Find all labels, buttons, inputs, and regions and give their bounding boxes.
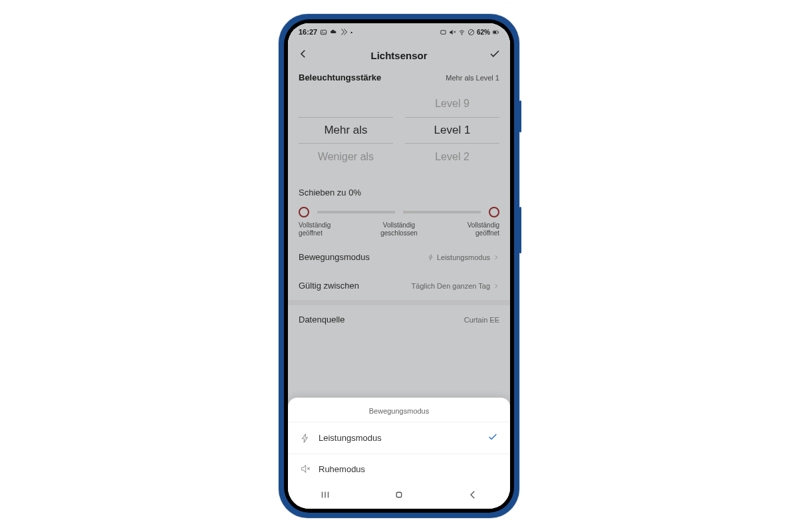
cloud-icon <box>330 29 337 36</box>
slide-title: Schieben zu 0% <box>299 188 499 198</box>
sheet-option-quiet-label: Ruhemodus <box>319 464 365 474</box>
svg-rect-2 <box>441 30 446 34</box>
svg-point-5 <box>462 34 462 35</box>
speaker-mute-icon <box>300 464 311 474</box>
phone-frame: 16:27 • 62% <box>279 14 519 518</box>
sheet-title: Bewegungsmodus <box>288 398 510 422</box>
illuminance-value: Mehr als Level 1 <box>446 74 499 82</box>
data-source-row[interactable]: Datenquelle Curtain EE <box>288 305 510 334</box>
picker-col1-below[interactable]: Weniger als <box>299 144 393 170</box>
home-icon <box>393 489 405 501</box>
screen: 16:27 • 62% <box>288 23 510 509</box>
slider-label-right: Vollständig geöffnet <box>446 221 499 237</box>
picker-col2-selected[interactable]: Level 1 <box>405 117 499 144</box>
valid-between-row[interactable]: Gültig zwischen Täglich Den ganzen Tag <box>288 271 510 300</box>
slider-label-mid: Vollständig geschlossen <box>372 221 426 237</box>
nav-header: Lichtsensor <box>288 41 510 70</box>
valid-between-value: Täglich Den ganzen Tag <box>412 282 490 290</box>
status-dot: • <box>350 29 352 35</box>
chevron-right-icon <box>493 254 499 261</box>
sheet-option-quiet[interactable]: Ruhemodus <box>288 454 510 483</box>
valid-between-label: Gültig zwischen <box>299 281 359 291</box>
selected-check <box>487 432 498 444</box>
confirm-button[interactable] <box>489 48 501 63</box>
data-source-value: Curtain EE <box>464 316 499 324</box>
check-icon <box>487 432 498 442</box>
slide-section: Schieben zu 0% Vollständig geöffnet Voll… <box>288 180 510 243</box>
battery-icon <box>492 29 499 36</box>
picker-col1-above[interactable] <box>299 90 393 117</box>
svg-line-7 <box>469 30 473 34</box>
bolt-icon <box>428 254 434 261</box>
chevron-left-icon <box>467 489 479 501</box>
sheet-option-performance-label: Leistungsmodus <box>319 433 382 443</box>
section-divider <box>288 300 510 305</box>
chevron-left-icon <box>297 48 309 60</box>
slider-knob-left[interactable] <box>299 207 309 217</box>
block-icon <box>467 29 475 36</box>
page-title: Lichtsensor <box>370 50 427 61</box>
motion-mode-label: Bewegungsmodus <box>299 252 370 262</box>
motion-mode-row[interactable]: Bewegungsmodus Leistungsmodus <box>288 243 510 271</box>
recents-icon <box>319 489 331 501</box>
illuminance-label: Beleuchtungsstärke <box>299 72 381 82</box>
recents-button[interactable] <box>319 489 331 503</box>
level-picker[interactable]: Mehr als Weniger als Level 9 Level 1 Lev… <box>288 90 510 180</box>
picker-col2-below[interactable]: Level 2 <box>405 144 499 170</box>
data-source-label: Datenquelle <box>299 315 344 325</box>
play-icon <box>340 28 348 36</box>
back-nav-button[interactable] <box>467 489 479 503</box>
home-button[interactable] <box>393 489 405 503</box>
picker-col1-selected[interactable]: Mehr als <box>299 117 393 144</box>
status-time: 16:27 <box>299 28 317 36</box>
wifi-icon <box>458 29 466 36</box>
svg-rect-0 <box>321 30 327 34</box>
side-button <box>519 100 521 132</box>
position-slider[interactable] <box>299 207 499 217</box>
bolt-icon <box>300 433 311 444</box>
status-bar: 16:27 • 62% <box>288 23 510 41</box>
svg-rect-9 <box>493 31 496 33</box>
image-icon <box>320 29 327 36</box>
motion-mode-value: Leistungsmodus <box>437 253 490 261</box>
svg-rect-10 <box>498 31 499 33</box>
card-icon <box>440 29 447 36</box>
back-button[interactable] <box>297 48 309 63</box>
side-button <box>519 207 521 253</box>
status-battery-pct: 62% <box>477 29 490 36</box>
android-navbar <box>288 483 510 509</box>
slider-knob-right[interactable] <box>489 207 499 217</box>
svg-rect-16 <box>396 492 402 497</box>
check-icon <box>489 48 501 60</box>
sheet-option-performance[interactable]: Leistungsmodus <box>288 422 510 454</box>
mute-icon <box>449 29 456 36</box>
chevron-right-icon <box>493 283 499 289</box>
illuminance-row: Beleuchtungsstärke Mehr als Level 1 <box>288 70 510 89</box>
picker-col2-above[interactable]: Level 9 <box>405 90 499 117</box>
slider-label-left: Vollständig geöffnet <box>299 221 352 237</box>
